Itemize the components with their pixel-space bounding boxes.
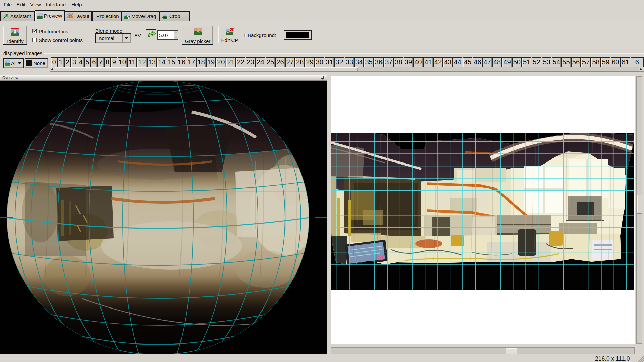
svg-text:GL: GL [38, 14, 40, 15]
svg-text:1: 1 [14, 30, 16, 34]
